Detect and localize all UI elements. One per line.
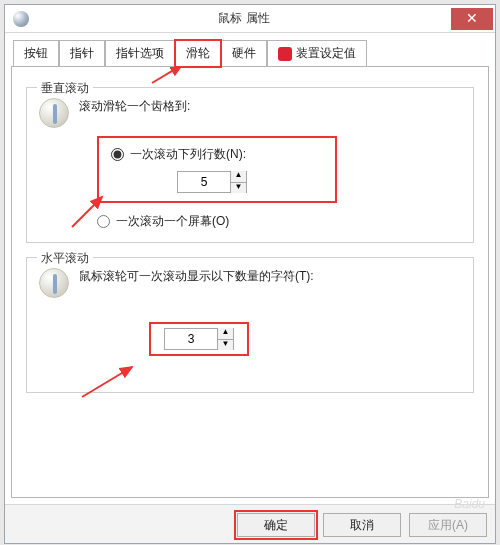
wheel-icon [39, 268, 69, 298]
synaptics-icon [278, 47, 292, 61]
tab-strip: 按钮 指针 指针选项 滑轮 硬件 装置设定值 [13, 39, 489, 66]
group-vertical-scroll: 垂直滚动 滚动滑轮一个齿格到: 一次滚动下列行数(N): 5 ▲ ▼ [26, 87, 474, 243]
tab-label: 指针选项 [116, 46, 164, 60]
wheel-icon [39, 98, 69, 128]
lines-spinner[interactable]: 5 ▲ ▼ [177, 171, 247, 193]
window-title: 鼠标 属性 [37, 10, 451, 27]
group-horizontal-scroll: 水平滚动 鼠标滚轮可一次滚动显示以下数量的字符(T): 3 ▲ ▼ [26, 257, 474, 393]
lines-spinner-up[interactable]: ▲ [230, 171, 246, 182]
vertical-intro-label: 滚动滑轮一个齿格到: [79, 98, 190, 115]
tab-panel-wheel: 垂直滚动 滚动滑轮一个齿格到: 一次滚动下列行数(N): 5 ▲ ▼ [11, 66, 489, 498]
chars-spinner-value[interactable]: 3 [165, 332, 217, 346]
tab-label: 硬件 [232, 46, 256, 60]
titlebar: 鼠标 属性 ✕ [5, 5, 495, 33]
radio-scroll-lines-label: 一次滚动下列行数(N): [130, 146, 246, 163]
radio-scroll-screen[interactable] [97, 215, 110, 228]
apply-button[interactable]: 应用(A) [409, 513, 487, 537]
group-legend: 垂直滚动 [37, 80, 93, 97]
chars-spinner[interactable]: 3 ▲ ▼ [164, 328, 234, 350]
svg-line-0 [152, 67, 182, 83]
tab-label: 滑轮 [186, 46, 210, 60]
tab-label: 按钮 [24, 46, 48, 60]
lines-setting-block: 一次滚动下列行数(N): 5 ▲ ▼ [97, 136, 337, 203]
radio-scroll-screen-label: 一次滚动一个屏幕(O) [116, 213, 229, 230]
app-icon [13, 11, 29, 27]
chars-spinner-up[interactable]: ▲ [217, 328, 233, 339]
ok-button[interactable]: 确定 [237, 513, 315, 537]
tab-label: 装置设定值 [296, 46, 356, 60]
tab-pointer-options[interactable]: 指针选项 [105, 40, 175, 67]
horizontal-intro-label: 鼠标滚轮可一次滚动显示以下数量的字符(T): [79, 268, 314, 285]
lines-spinner-down[interactable]: ▼ [230, 182, 246, 193]
tab-hardware[interactable]: 硬件 [221, 40, 267, 67]
mouse-properties-window: 鼠标 属性 ✕ 按钮 指针 指针选项 滑轮 硬件 装置设定值 垂直滚动 滚动滑轮… [4, 4, 496, 544]
dialog-button-row: 确定 取消 应用(A) [5, 504, 495, 543]
tab-wheel[interactable]: 滑轮 [175, 40, 221, 67]
tab-device-settings[interactable]: 装置设定值 [267, 40, 367, 67]
radio-scroll-lines[interactable] [111, 148, 124, 161]
group-legend: 水平滚动 [37, 250, 93, 267]
lines-spinner-value[interactable]: 5 [178, 175, 230, 189]
cancel-button[interactable]: 取消 [323, 513, 401, 537]
close-button[interactable]: ✕ [451, 8, 493, 30]
chars-spinner-down[interactable]: ▼ [217, 339, 233, 350]
tab-pointer[interactable]: 指针 [59, 40, 105, 67]
chars-setting-block: 3 ▲ ▼ [149, 322, 249, 356]
client-area: 按钮 指针 指针选项 滑轮 硬件 装置设定值 垂直滚动 滚动滑轮一个齿格到: 一… [5, 33, 495, 504]
tab-label: 指针 [70, 46, 94, 60]
tab-buttons[interactable]: 按钮 [13, 40, 59, 67]
